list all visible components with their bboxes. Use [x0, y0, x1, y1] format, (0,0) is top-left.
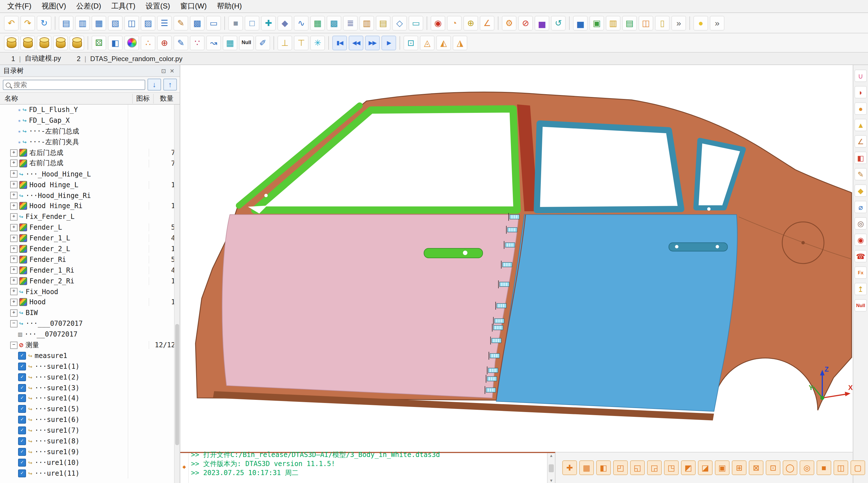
report-icon[interactable]: ▧ [108, 16, 123, 30]
ring-icon[interactable]: ◎ [800, 460, 814, 475]
search-input[interactable] [3, 80, 145, 90]
sketch-plane-icon[interactable]: ▭ [409, 16, 423, 30]
filled-view-icon[interactable]: ■ [816, 460, 831, 475]
columns-icon[interactable]: ▥ [360, 16, 374, 30]
edit-doc-icon[interactable]: ✎ [174, 16, 188, 30]
overflow-icon[interactable]: » [710, 16, 724, 30]
diameter-icon[interactable]: ⌀ [855, 201, 867, 213]
slice-icon[interactable]: ◗ [855, 86, 867, 98]
front-door-handle[interactable] [424, 248, 483, 258]
visibility-checkbox[interactable]: ✓ [18, 363, 26, 370]
tree-row[interactable]: +Fender_1_Ri4 [0, 265, 180, 276]
tree-row[interactable]: +Fender_2_Ri1 [0, 276, 180, 286]
tree-row[interactable]: ✳↪···-左前门总成 [0, 126, 180, 137]
phone-icon[interactable]: ☎ [855, 250, 867, 262]
open-model-icon[interactable]: ▥ [75, 16, 90, 30]
tree-row[interactable]: ✳↪FD_L_Flush_Y [0, 105, 180, 115]
pan-icon[interactable]: ✚ [562, 460, 577, 475]
sphere-icon[interactable]: ● [855, 103, 867, 115]
tree-row[interactable]: ▥···__07072017 [0, 329, 180, 340]
pin-icon[interactable]: ↥ [855, 283, 867, 295]
tree-row[interactable]: ✳↪FD_L_Gap_X [0, 115, 180, 126]
view-se-icon[interactable]: ◲ [647, 460, 662, 475]
tab-script-1[interactable]: 1 | 自动建模.py [3, 53, 69, 64]
expand-icon[interactable]: + [10, 181, 18, 188]
step-play-icon[interactable]: ▶ [381, 35, 396, 50]
expand-icon[interactable]: + [10, 277, 18, 284]
grid-icon[interactable]: ▩ [327, 16, 341, 30]
cycle-icon[interactable]: ↺ [551, 16, 566, 30]
new-model-icon[interactable]: ▤ [59, 16, 73, 30]
building-icon[interactable]: ▥ [606, 16, 620, 30]
view-bottom-icon[interactable]: ◪ [698, 460, 713, 475]
split-view-icon[interactable]: ◫ [834, 460, 848, 475]
solid-box-icon[interactable]: ■ [228, 16, 243, 30]
visibility-checkbox[interactable]: ✓ [18, 448, 26, 456]
flow-arrow-icon[interactable]: ↝ [206, 35, 221, 50]
sphere-tool-icon[interactable]: ● [693, 16, 708, 30]
tree-row[interactable]: ✓↪···sure1(3) [0, 382, 180, 393]
tab-script-2[interactable]: 2 | DTAS_Piece_random_color.py [69, 53, 190, 64]
sketch-box-icon[interactable]: □ [245, 16, 259, 30]
visibility-checkbox[interactable]: ✓ [18, 352, 26, 360]
tree-scrollbar-thumb[interactable] [175, 324, 179, 445]
null-tool-icon[interactable]: Null [239, 35, 254, 50]
visibility-checkbox[interactable]: ✓ [18, 373, 26, 381]
magnet-icon[interactable]: ∪ [855, 69, 867, 82]
rings-icon[interactable]: ◎ [855, 217, 867, 230]
tree-scrollbar[interactable] [174, 105, 180, 483]
fixture-pin-group-icon[interactable] [69, 35, 84, 50]
target-icon[interactable]: ◉ [855, 234, 867, 246]
shaded-cube-icon[interactable]: ◧ [596, 460, 611, 475]
clamp-icon[interactable]: ⊥ [277, 35, 292, 50]
outline-view-icon[interactable]: ▢ [850, 460, 865, 475]
tree-row[interactable]: ✓↪···sure1(8) [0, 436, 180, 447]
fixture-pin-edit-icon[interactable] [53, 35, 68, 50]
expand-icon[interactable]: + [10, 245, 18, 253]
cross-box-icon[interactable]: ⊠ [749, 460, 764, 475]
console-scrollbar-thumb[interactable] [549, 464, 554, 472]
clamp-alt-icon[interactable]: ⊤ [294, 35, 309, 50]
menu-view[interactable]: 视图(V) [36, 0, 71, 12]
column-count[interactable]: 数量 [153, 94, 180, 103]
datum-target-icon[interactable]: ◉ [431, 16, 445, 30]
angle-icon[interactable]: ∠ [855, 135, 867, 148]
solid-box-icon[interactable]: ▣ [715, 460, 730, 475]
draw-line-icon[interactable]: ✎ [174, 35, 188, 50]
menu-settings[interactable]: 设置(S) [141, 0, 175, 12]
expand-icon[interactable]: + [10, 267, 18, 274]
menu-file[interactable]: 文件(F) [2, 0, 36, 12]
expand-icon[interactable]: + [10, 234, 18, 242]
tree-row[interactable]: +↪Fix_Fender_L [0, 211, 180, 222]
export-word-icon[interactable]: ▩ [190, 16, 205, 30]
fast-back-icon[interactable]: ◀◀ [349, 35, 363, 50]
view-sw-icon[interactable]: ◱ [630, 460, 645, 475]
visibility-checkbox[interactable]: ✓ [18, 416, 26, 424]
tree-row[interactable]: +↪Fix_Hood [0, 286, 180, 297]
part-diamond-icon[interactable]: ◆ [277, 16, 292, 30]
histogram-icon[interactable]: ▅ [573, 16, 588, 30]
expand-icon[interactable]: + [10, 309, 18, 317]
exclude-icon[interactable]: ⊘ [518, 16, 533, 30]
tree-row[interactable]: +Fender_Ri5 [0, 254, 180, 265]
crate-icon[interactable]: ▯ [655, 16, 670, 30]
tree-row[interactable]: −↪···___07072017 [0, 318, 180, 329]
tree-row[interactable]: +右前门总成7 [0, 158, 180, 169]
random-color-icon[interactable]: ⚄ [92, 35, 106, 50]
menu-tools[interactable]: 工具(T) [106, 0, 141, 12]
diamond-icon[interactable]: ◆ [855, 184, 867, 197]
menu-help[interactable]: 帮助(H) [212, 0, 247, 12]
tree-row[interactable]: +Fender_1_L4 [0, 233, 180, 244]
tree-row[interactable]: ✓↪···ure1(10) [0, 457, 180, 468]
visibility-checkbox[interactable]: ✓ [18, 405, 26, 413]
visibility-checkbox[interactable]: ✓ [18, 426, 26, 434]
box-chart-icon[interactable]: ◫ [639, 16, 653, 30]
export-report-icon[interactable]: ▭ [206, 16, 221, 30]
expand-icon[interactable]: + [10, 192, 18, 199]
mesh-icon[interactable]: ▦ [310, 16, 325, 30]
tree-row[interactable]: +↪···_Hood_Hinge_L [0, 169, 180, 179]
tree-row[interactable]: +Hood Hinge_Ri1 [0, 201, 180, 211]
fast-forward-icon[interactable]: ▶▶ [365, 35, 380, 50]
visibility-checkbox[interactable]: ✓ [18, 384, 26, 392]
green-columns-icon[interactable]: ▤ [622, 16, 637, 30]
